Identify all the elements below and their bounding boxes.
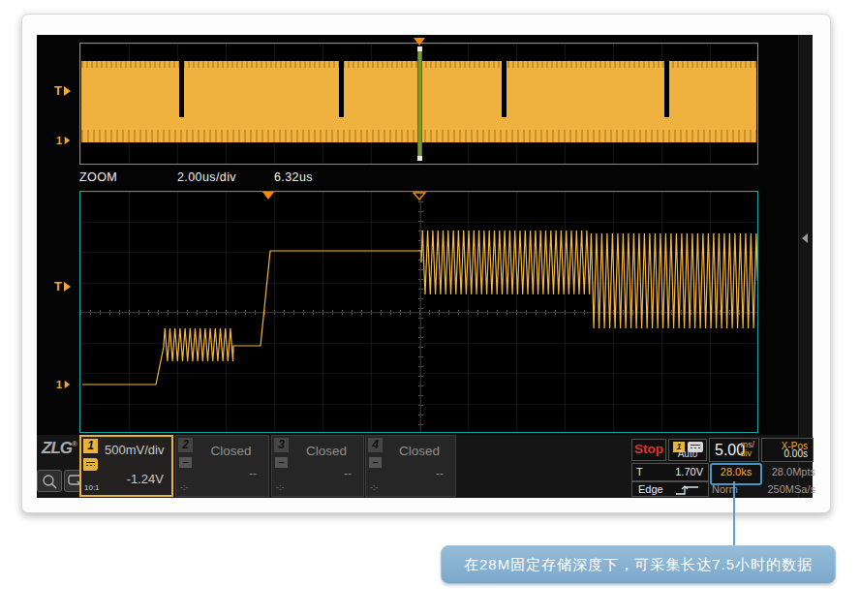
touch-circle-icon bbox=[41, 474, 58, 489]
trigger-level-value: 1.70V bbox=[675, 466, 703, 477]
channel-4-coupling-badge: – bbox=[369, 457, 382, 468]
arrow-right-icon bbox=[65, 381, 71, 388]
trigger-mode-label: Auto bbox=[669, 448, 706, 459]
brand-text: ZLG bbox=[42, 439, 72, 457]
channel-3-status: Closed bbox=[290, 444, 363, 458]
run-state-label: Stop bbox=[632, 440, 665, 459]
channel-4-box[interactable]: 4 – -:- Closed -- bbox=[365, 435, 456, 497]
arrow-right-icon bbox=[64, 86, 71, 96]
sample-rate-value: 250MSa/s bbox=[761, 483, 815, 495]
overview-channel1-marker[interactable]: 1 bbox=[56, 135, 71, 146]
channel-3-badge: 3 bbox=[274, 438, 289, 452]
channel-4-probe-ratio: -:- bbox=[370, 482, 379, 492]
brand-reg-mark: ® bbox=[72, 440, 77, 448]
arrow-right-icon bbox=[65, 137, 71, 144]
channel-2-probe-ratio: -:- bbox=[180, 482, 189, 492]
callout-connector-line bbox=[733, 481, 735, 547]
channel-1-volts-per-div: 500mV/div bbox=[105, 443, 164, 457]
overview-trigger-marker-icon[interactable] bbox=[414, 38, 425, 46]
overview-signal-gap bbox=[502, 61, 507, 117]
trigger-marker-label: T bbox=[54, 279, 62, 293]
trigger-type-box[interactable]: Edge bbox=[631, 481, 709, 497]
timebase-unit-bottom: div bbox=[741, 449, 755, 458]
channel-1-dc-coupling-icon bbox=[83, 458, 98, 471]
trigger-type-label: Edge bbox=[638, 483, 663, 495]
memory-depth-value: 28.0ks bbox=[721, 466, 752, 477]
channel-1-box[interactable]: 1 10:1 500mV/div -1.24V bbox=[79, 435, 173, 497]
channel-3-offset: -- bbox=[344, 467, 352, 480]
touch-gesture-button[interactable] bbox=[37, 470, 62, 492]
status-bar: ZLG® 1 10:1 500mV/div -1.24V 2 – -:- bbox=[37, 435, 798, 498]
zoom-channel1-marker[interactable]: 1 bbox=[56, 379, 71, 390]
channel-2-box[interactable]: 2 – -:- Closed -- bbox=[175, 435, 269, 497]
channel-1-badge: 1 bbox=[83, 439, 98, 453]
memory-depth-box[interactable]: 28.0ks bbox=[710, 463, 762, 485]
zlg-logo: ZLG® bbox=[42, 439, 77, 458]
channel-3-coupling-badge: – bbox=[275, 457, 288, 468]
menu-collapse-strip[interactable] bbox=[798, 35, 813, 498]
channel-2-coupling-badge: – bbox=[179, 457, 192, 468]
channel-marker-label: 1 bbox=[56, 379, 62, 390]
overview-signal-gap bbox=[664, 61, 669, 117]
memory-points-value: 28.0Mpts bbox=[761, 466, 815, 477]
channel-2-status: Closed bbox=[194, 444, 268, 458]
trigger-level-box[interactable]: T 1.70V bbox=[631, 463, 709, 481]
overview-trigger-level-marker[interactable]: T bbox=[54, 83, 71, 98]
overview-cursor[interactable] bbox=[417, 46, 422, 161]
zoom-waveform bbox=[80, 192, 757, 432]
channel-2-badge: 2 bbox=[178, 438, 193, 452]
zoom-info-row: ZOOM 2.00us/div 6.32us bbox=[79, 170, 758, 185]
channel-3-probe-ratio: -:- bbox=[276, 482, 285, 492]
zoom-offset: 6.32us bbox=[274, 170, 313, 184]
channel-2-offset: -- bbox=[249, 467, 257, 480]
channel-4-offset: -- bbox=[436, 467, 444, 480]
channel-marker-label: 1 bbox=[56, 135, 62, 146]
channel-1-offset: -1.24V bbox=[127, 472, 164, 486]
timebase-box[interactable]: 5.00 ms/ div bbox=[709, 438, 759, 462]
run-state-box[interactable]: Stop bbox=[631, 439, 666, 461]
xpos-value: 0.00s bbox=[784, 448, 808, 459]
overview-signal-gap bbox=[339, 61, 344, 117]
overview-panel[interactable] bbox=[79, 43, 758, 165]
zoom-trigger-level-marker[interactable]: T bbox=[54, 279, 71, 293]
channel-1-probe-ratio: 10:1 bbox=[84, 483, 100, 492]
trigger-marker-label: T bbox=[54, 83, 62, 98]
zoom-label: ZOOM bbox=[79, 170, 117, 184]
channel-3-box[interactable]: 3 – -:- Closed -- bbox=[271, 435, 364, 497]
zoom-waveform-panel[interactable] bbox=[79, 191, 758, 433]
trigger-position-marker-icon[interactable] bbox=[413, 192, 427, 200]
channel-4-status: Closed bbox=[384, 444, 455, 458]
callout-bubble: 在28M固定存储深度下，可采集长达7.5小时的数据 bbox=[441, 545, 836, 584]
callout-text: 在28M固定存储深度下，可采集长达7.5小时的数据 bbox=[464, 556, 813, 572]
xpos-box[interactable]: X-Pos 0.00s bbox=[761, 438, 814, 462]
zoom-window-marker-icon[interactable] bbox=[262, 192, 274, 200]
trigger-level-label: T bbox=[636, 466, 643, 477]
rising-edge-icon bbox=[675, 484, 700, 496]
overview-signal-gap bbox=[179, 61, 184, 117]
channel-4-badge: 4 bbox=[368, 438, 383, 452]
zoom-scale: 2.00us/div bbox=[177, 170, 236, 184]
expand-menu-arrow-icon[interactable] bbox=[802, 233, 808, 243]
trigger-source-box[interactable]: 1 Auto bbox=[668, 439, 707, 461]
timebase-unit: ms/ div bbox=[741, 441, 755, 458]
page: T 1 ZOOM 2.00us/div 6.32us T 1 ZLG® bbox=[0, 0, 860, 616]
arrow-right-icon bbox=[64, 282, 71, 292]
